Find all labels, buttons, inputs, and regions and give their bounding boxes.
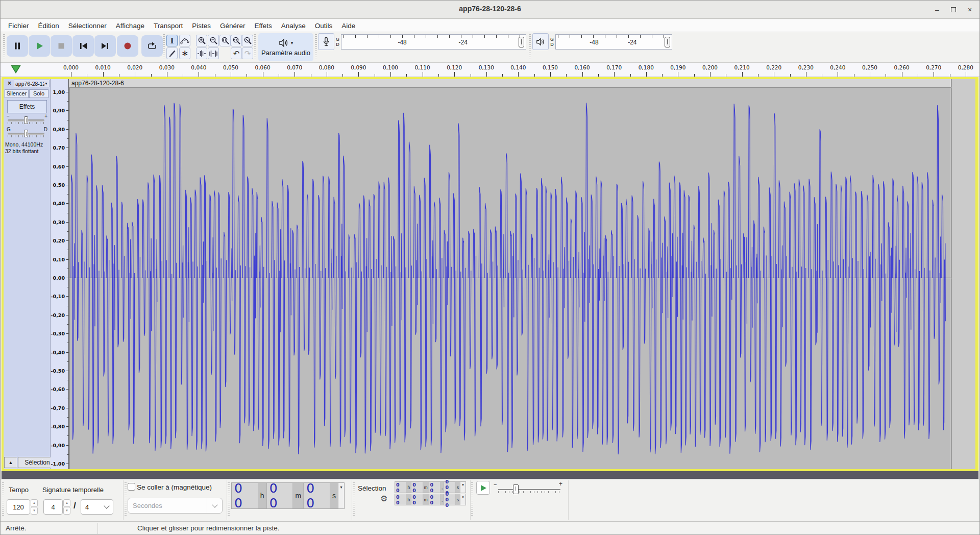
selection-digits[interactable]: 0 0 0 [444, 494, 455, 505]
selection-settings-gear-icon[interactable]: ⚙ [380, 494, 387, 503]
time-display[interactable]: 0 0h0 0m0 0s▾ [231, 482, 345, 509]
time-signature-grip[interactable] [2, 482, 4, 517]
snapping-grip[interactable] [125, 482, 127, 517]
menu-item-fichier[interactable]: Fichier [4, 20, 34, 31]
menu-item-affichage[interactable]: Affichage [111, 20, 149, 31]
menu-item-aide[interactable]: Aide [337, 20, 360, 31]
tempo-spin-down-icon[interactable]: ▼ [31, 507, 38, 515]
redo-button[interactable]: ↷ [242, 47, 253, 59]
time-unit[interactable]: h [258, 483, 267, 508]
zoom-in-tool-button[interactable] [196, 35, 207, 46]
time-grip[interactable] [228, 482, 230, 517]
skip-start-button[interactable] [72, 35, 94, 57]
play-speed-grip[interactable] [471, 482, 473, 517]
menu-item-selectionner[interactable]: Sélectionner [64, 20, 111, 31]
selection-unit[interactable]: h [406, 494, 411, 505]
multi-tool-button[interactable]: ∗ [179, 47, 190, 59]
close-button[interactable]: × [963, 4, 976, 16]
loop-button[interactable] [141, 35, 163, 57]
timeline-pin-icon[interactable] [11, 65, 21, 74]
recording-meter[interactable]: GD-48-24 [318, 33, 526, 50]
track-effects-button[interactable]: Effets [7, 100, 47, 113]
selection-unit[interactable]: , [440, 482, 444, 493]
track-name-button[interactable]: app76-28-12 ▼ [14, 80, 50, 87]
record-button[interactable] [117, 35, 138, 57]
playback-meter-grip[interactable] [529, 34, 531, 61]
timeline-ruler[interactable]: 0,0000,0100,0200,0300,0400,0500,0600,070… [1, 63, 980, 77]
selection-digits[interactable]: 0 0 [395, 482, 406, 493]
transport-grip[interactable] [3, 34, 5, 61]
clip-header[interactable]: app76-28-120-28-6 [69, 79, 951, 88]
minimize-button[interactable]: – [930, 4, 944, 16]
selection-unit[interactable]: s [456, 494, 460, 505]
audio-setup-grip[interactable] [254, 34, 256, 61]
time-digits[interactable]: 0 0 [267, 483, 293, 508]
selection-field-arrow[interactable]: ▾ [460, 482, 465, 493]
pan-slider-thumb[interactable] [24, 130, 28, 137]
amplitude-ruler[interactable]: 1,000,900,800,700,600,500,400,300,200,10… [51, 79, 69, 469]
recmeter-bar[interactable]: -48-24 [341, 34, 526, 50]
pause-button[interactable] [7, 35, 28, 57]
timesig-spinner[interactable]: ▲▼ [63, 499, 70, 515]
menu-item-edition[interactable]: Édition [34, 20, 64, 31]
time-unit[interactable]: m [293, 483, 304, 508]
timesig-lower-select[interactable]: 4 [81, 499, 113, 515]
timesig-spin-down-icon[interactable]: ▼ [63, 507, 70, 515]
audio-setup-button[interactable]: ▾ Paramètre audio [258, 33, 313, 61]
play-at-speed-button[interactable] [476, 481, 490, 495]
time-digits[interactable]: 0 0 [304, 483, 330, 508]
time-display-arrow[interactable]: ▾ [338, 483, 344, 508]
time-unit[interactable]: s [330, 483, 338, 508]
track-collapse-button[interactable]: ▲ [4, 457, 17, 468]
time-digits[interactable]: 0 0 [232, 483, 258, 508]
play-speed-thumb[interactable] [513, 484, 519, 494]
zoom-selection-tool-button[interactable] [219, 35, 231, 46]
playmeter-volume-thumb[interactable] [665, 37, 670, 47]
play-button[interactable] [29, 35, 50, 57]
selection-unit[interactable]: m [423, 482, 429, 493]
playback-meter[interactable]: GD-48-24 [532, 33, 672, 50]
selection-digits[interactable]: 0 0 [411, 482, 423, 493]
track-solo-button[interactable]: Solo [29, 89, 48, 98]
recmeter-device-button[interactable] [318, 33, 334, 50]
menu-item-transport[interactable]: Transport [149, 20, 187, 31]
selection-digits[interactable]: 0 0 [395, 494, 406, 505]
playmeter-device-button[interactable] [532, 33, 549, 50]
zoom-out-tool-button[interactable] [208, 35, 219, 46]
selection-digits[interactable]: 0 0 [411, 494, 423, 505]
selection-end-field[interactable]: 0 0h0 0m0 0,0 0 0s▾ [395, 494, 466, 505]
recmeter-volume-thumb[interactable] [519, 37, 524, 47]
track-mute-button[interactable]: Silencer [5, 89, 29, 98]
selection-grip[interactable] [353, 482, 355, 517]
draw-button[interactable] [166, 47, 178, 59]
track-focus-border-right[interactable] [975, 77, 978, 471]
gain-slider-thumb[interactable] [24, 116, 28, 124]
menu-item-analyse[interactable]: Analyse [277, 20, 310, 31]
selection-field-arrow[interactable]: ▾ [460, 494, 465, 505]
selection-unit[interactable]: s [456, 482, 460, 493]
selection-digits[interactable]: 0 0 [429, 482, 440, 493]
selection-unit[interactable]: h [406, 482, 411, 493]
menu-item-outils[interactable]: Outils [310, 20, 337, 31]
skip-end-button[interactable] [94, 35, 116, 57]
zoom-toggle-tool-button[interactable] [242, 35, 253, 46]
play-speed-slider[interactable] [498, 489, 560, 490]
selection-tool-button[interactable]: I [166, 35, 178, 46]
tools-grip[interactable] [163, 34, 165, 61]
undo-button[interactable]: ↶ [231, 47, 242, 59]
menu-item-generer[interactable]: Générer [215, 20, 250, 31]
snap-unit-select[interactable]: Secondes [128, 498, 223, 514]
track-close-button[interactable]: × [6, 80, 13, 87]
stop-button[interactable] [51, 35, 72, 57]
trim-audio-button[interactable] [196, 47, 207, 59]
tempo-input[interactable]: 120 [7, 499, 30, 515]
waveform-canvas[interactable] [69, 88, 951, 469]
zoom-fit-tool-button[interactable] [231, 35, 242, 46]
timesig-upper-input[interactable]: 4 [43, 499, 63, 515]
selection-digits[interactable]: 0 0 [429, 494, 440, 505]
menu-item-effets[interactable]: Effets [250, 20, 276, 31]
tempo-spinner[interactable]: ▲▼ [31, 499, 38, 515]
envelope-tool-button[interactable] [179, 35, 190, 46]
selection-unit[interactable]: m [423, 494, 429, 505]
menu-item-pistes[interactable]: Pistes [187, 20, 215, 31]
